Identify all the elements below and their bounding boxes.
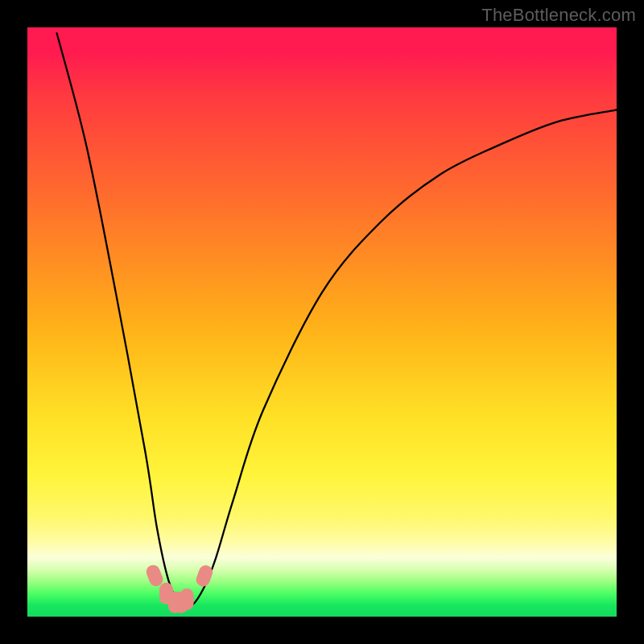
watermark-text: TheBottleneck.com [481,5,636,26]
highlight-marker [180,588,194,610]
bottleneck-curve [57,33,617,607]
chart-frame: TheBottleneck.com [0,0,644,644]
curve-layer [27,27,617,617]
highlight-marker [194,564,214,588]
plot-area [27,27,617,617]
